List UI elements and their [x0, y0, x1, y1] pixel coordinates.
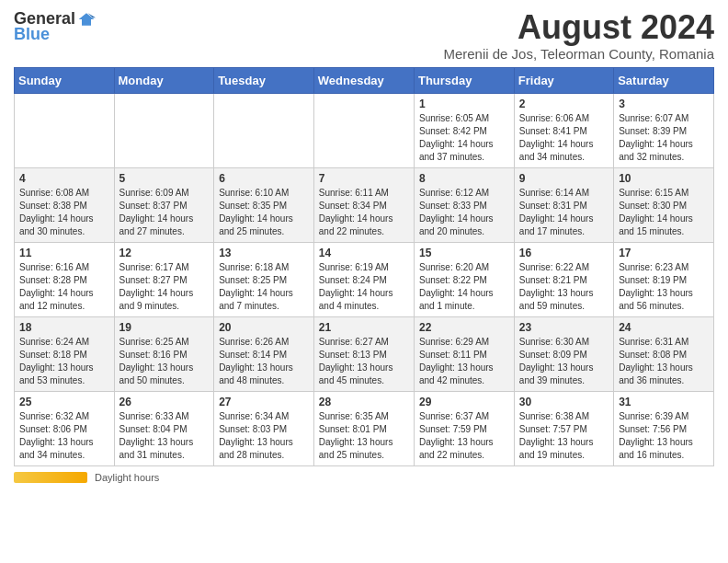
day-info: Sunrise: 6:12 AM Sunset: 8:33 PM Dayligh…	[419, 187, 509, 238]
calendar-cell: 27Sunrise: 6:34 AM Sunset: 8:03 PM Dayli…	[214, 391, 314, 465]
day-info: Sunrise: 6:14 AM Sunset: 8:31 PM Dayligh…	[519, 187, 609, 238]
day-number: 4	[19, 172, 109, 185]
logo: General Blue	[14, 9, 96, 44]
calendar-week-row: 11Sunrise: 6:16 AM Sunset: 8:28 PM Dayli…	[15, 242, 714, 316]
calendar-cell: 26Sunrise: 6:33 AM Sunset: 8:04 PM Dayli…	[114, 391, 214, 465]
day-number: 26	[119, 396, 210, 408]
calendar-cell: 4Sunrise: 6:08 AM Sunset: 8:38 PM Daylig…	[15, 167, 115, 242]
day-info: Sunrise: 6:31 AM Sunset: 8:08 PM Dayligh…	[619, 336, 709, 387]
day-number: 9	[519, 172, 609, 185]
day-number: 16	[519, 247, 609, 259]
day-number: 27	[219, 396, 309, 408]
day-number: 5	[119, 172, 210, 185]
day-number: 7	[319, 172, 409, 185]
day-number: 11	[19, 247, 109, 259]
day-number: 30	[519, 396, 609, 408]
calendar-cell: 18Sunrise: 6:24 AM Sunset: 8:18 PM Dayli…	[15, 316, 115, 391]
calendar-week-row: 4Sunrise: 6:08 AM Sunset: 8:38 PM Daylig…	[15, 167, 714, 242]
calendar-cell	[15, 93, 115, 167]
day-info: Sunrise: 6:20 AM Sunset: 8:22 PM Dayligh…	[419, 261, 509, 313]
day-info: Sunrise: 6:05 AM Sunset: 8:42 PM Dayligh…	[419, 112, 509, 164]
day-number: 23	[519, 321, 609, 334]
day-info: Sunrise: 6:30 AM Sunset: 8:09 PM Dayligh…	[519, 336, 609, 387]
logo-icon	[77, 10, 96, 29]
calendar-footer: Daylight hours	[14, 472, 714, 483]
calendar-cell: 3Sunrise: 6:07 AM Sunset: 8:39 PM Daylig…	[614, 93, 714, 167]
calendar-cell: 31Sunrise: 6:39 AM Sunset: 7:56 PM Dayli…	[614, 391, 714, 465]
day-info: Sunrise: 6:38 AM Sunset: 7:57 PM Dayligh…	[519, 410, 609, 462]
calendar-cell: 19Sunrise: 6:25 AM Sunset: 8:16 PM Dayli…	[114, 316, 214, 391]
day-number: 28	[319, 396, 409, 408]
calendar-cell: 6Sunrise: 6:10 AM Sunset: 8:35 PM Daylig…	[214, 167, 314, 242]
calendar-header-saturday: Saturday	[614, 67, 714, 93]
day-info: Sunrise: 6:39 AM Sunset: 7:56 PM Dayligh…	[619, 410, 709, 462]
calendar-header-row: SundayMondayTuesdayWednesdayThursdayFrid…	[15, 67, 714, 93]
calendar-cell: 12Sunrise: 6:17 AM Sunset: 8:27 PM Dayli…	[114, 242, 214, 316]
day-number: 8	[419, 172, 509, 185]
day-number: 18	[19, 321, 109, 334]
calendar-week-row: 25Sunrise: 6:32 AM Sunset: 8:06 PM Dayli…	[15, 391, 714, 465]
day-info: Sunrise: 6:25 AM Sunset: 8:16 PM Dayligh…	[119, 336, 210, 387]
calendar-cell: 22Sunrise: 6:29 AM Sunset: 8:11 PM Dayli…	[414, 316, 514, 391]
day-number: 20	[219, 321, 309, 334]
calendar-cell: 21Sunrise: 6:27 AM Sunset: 8:13 PM Dayli…	[313, 316, 414, 391]
day-info: Sunrise: 6:19 AM Sunset: 8:24 PM Dayligh…	[319, 261, 409, 313]
calendar-cell: 5Sunrise: 6:09 AM Sunset: 8:37 PM Daylig…	[114, 167, 214, 242]
day-info: Sunrise: 6:24 AM Sunset: 8:18 PM Dayligh…	[19, 336, 109, 387]
calendar-cell	[114, 93, 214, 167]
day-info: Sunrise: 6:27 AM Sunset: 8:13 PM Dayligh…	[319, 336, 409, 387]
day-number: 22	[419, 321, 509, 334]
calendar-cell: 23Sunrise: 6:30 AM Sunset: 8:09 PM Dayli…	[514, 316, 613, 391]
calendar-cell: 24Sunrise: 6:31 AM Sunset: 8:08 PM Dayli…	[614, 316, 714, 391]
logo-blue: Blue	[14, 25, 50, 44]
day-number: 31	[619, 396, 709, 408]
day-info: Sunrise: 6:06 AM Sunset: 8:41 PM Dayligh…	[519, 112, 609, 164]
calendar-week-row: 18Sunrise: 6:24 AM Sunset: 8:18 PM Dayli…	[15, 316, 714, 391]
day-info: Sunrise: 6:22 AM Sunset: 8:21 PM Dayligh…	[519, 261, 609, 313]
calendar-cell	[313, 93, 414, 167]
calendar-cell: 28Sunrise: 6:35 AM Sunset: 8:01 PM Dayli…	[313, 391, 414, 465]
day-info: Sunrise: 6:32 AM Sunset: 8:06 PM Dayligh…	[19, 410, 109, 462]
calendar-cell: 29Sunrise: 6:37 AM Sunset: 7:59 PM Dayli…	[414, 391, 514, 465]
day-number: 15	[419, 247, 509, 259]
calendar-cell: 16Sunrise: 6:22 AM Sunset: 8:21 PM Dayli…	[514, 242, 613, 316]
location-subtitle: Merenii de Jos, Teleorman County, Romani…	[443, 46, 714, 62]
calendar-cell: 2Sunrise: 6:06 AM Sunset: 8:41 PM Daylig…	[514, 93, 613, 167]
calendar-header-wednesday: Wednesday	[313, 67, 414, 93]
calendar-cell: 17Sunrise: 6:23 AM Sunset: 8:19 PM Dayli…	[614, 242, 714, 316]
day-info: Sunrise: 6:34 AM Sunset: 8:03 PM Dayligh…	[219, 410, 309, 462]
calendar-header-tuesday: Tuesday	[214, 67, 314, 93]
calendar-cell: 8Sunrise: 6:12 AM Sunset: 8:33 PM Daylig…	[414, 167, 514, 242]
calendar-cell: 7Sunrise: 6:11 AM Sunset: 8:34 PM Daylig…	[313, 167, 414, 242]
day-number: 3	[619, 98, 709, 110]
calendar-table: SundayMondayTuesdayWednesdayThursdayFrid…	[14, 67, 714, 466]
day-info: Sunrise: 6:23 AM Sunset: 8:19 PM Dayligh…	[619, 261, 709, 313]
day-number: 10	[619, 172, 709, 185]
day-number: 12	[119, 247, 210, 259]
day-info: Sunrise: 6:10 AM Sunset: 8:35 PM Dayligh…	[219, 187, 309, 238]
day-number: 2	[519, 98, 609, 110]
calendar-header-monday: Monday	[114, 67, 214, 93]
day-number: 25	[19, 396, 109, 408]
calendar-header-thursday: Thursday	[414, 67, 514, 93]
day-info: Sunrise: 6:26 AM Sunset: 8:14 PM Dayligh…	[219, 336, 309, 387]
day-number: 19	[119, 321, 210, 334]
calendar-cell: 10Sunrise: 6:15 AM Sunset: 8:30 PM Dayli…	[614, 167, 714, 242]
calendar-cell: 25Sunrise: 6:32 AM Sunset: 8:06 PM Dayli…	[15, 391, 115, 465]
day-info: Sunrise: 6:17 AM Sunset: 8:27 PM Dayligh…	[119, 261, 210, 313]
day-info: Sunrise: 6:37 AM Sunset: 7:59 PM Dayligh…	[419, 410, 509, 462]
day-info: Sunrise: 6:18 AM Sunset: 8:25 PM Dayligh…	[219, 261, 309, 313]
day-info: Sunrise: 6:07 AM Sunset: 8:39 PM Dayligh…	[619, 112, 709, 164]
calendar-header-sunday: Sunday	[15, 67, 115, 93]
calendar-cell: 20Sunrise: 6:26 AM Sunset: 8:14 PM Dayli…	[214, 316, 314, 391]
day-number: 29	[419, 396, 509, 408]
day-number: 24	[619, 321, 709, 334]
day-info: Sunrise: 6:16 AM Sunset: 8:28 PM Dayligh…	[19, 261, 109, 313]
month-year-title: August 2024	[443, 9, 714, 46]
calendar-cell: 13Sunrise: 6:18 AM Sunset: 8:25 PM Dayli…	[214, 242, 314, 316]
title-block: August 2024 Merenii de Jos, Teleorman Co…	[443, 9, 714, 62]
daylight-bar-icon	[14, 472, 87, 483]
day-info: Sunrise: 6:08 AM Sunset: 8:38 PM Dayligh…	[19, 187, 109, 238]
day-info: Sunrise: 6:35 AM Sunset: 8:01 PM Dayligh…	[319, 410, 409, 462]
day-info: Sunrise: 6:33 AM Sunset: 8:04 PM Dayligh…	[119, 410, 210, 462]
